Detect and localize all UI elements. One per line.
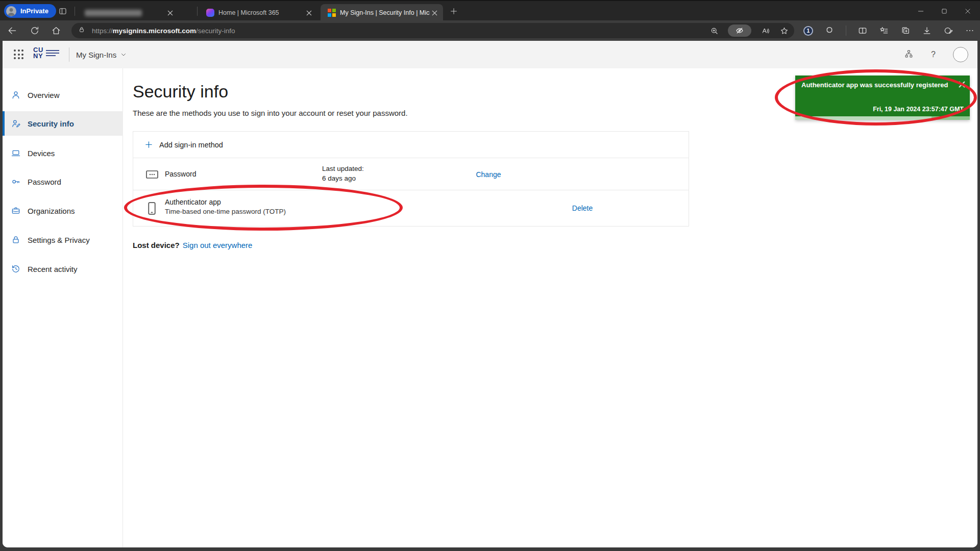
method-row-password: Password Last updated: 6 days ago Change: [133, 158, 689, 190]
zoom-icon[interactable]: [709, 26, 719, 36]
laptop-icon: [11, 148, 21, 158]
maximize-button[interactable]: [935, 3, 953, 19]
plus-icon: [144, 140, 153, 149]
url-text: https://mysignins.microsoft.com/security…: [92, 27, 235, 35]
close-button[interactable]: [959, 3, 977, 19]
history-icon: [11, 264, 21, 274]
app-launcher-icon[interactable]: [14, 49, 24, 60]
logo-line2: NY: [33, 53, 43, 59]
favorite-star-icon[interactable]: [779, 26, 789, 36]
badge-edit-icon[interactable]: [943, 26, 953, 36]
tab-title: My Sign-Ins | Security Info | Micr: [340, 9, 430, 16]
sidebar-item-label: Devices: [28, 149, 55, 158]
person-icon: [11, 90, 21, 100]
hidden-eye-pill[interactable]: [728, 24, 751, 37]
product-name: My Sign-Ins: [76, 51, 116, 59]
tabbar-divider: [197, 7, 198, 16]
toast-progress-bar: [795, 116, 970, 120]
method-row-authenticator: Authenticator app Time-based one-time pa…: [133, 190, 689, 226]
app-header: CUNY My Sign-Ins ?: [3, 41, 977, 68]
split-screen-icon[interactable]: [857, 26, 868, 36]
downloads-icon[interactable]: [922, 26, 932, 36]
tab-blurred[interactable]: [78, 4, 196, 21]
tab-home-m365[interactable]: Home | Microsoft 365: [199, 4, 317, 21]
sidebar-item-label: Security info: [28, 119, 74, 128]
help-icon[interactable]: ?: [931, 50, 936, 59]
read-aloud-icon[interactable]: [760, 26, 770, 36]
url-host: mysignins.microsoft.com: [113, 27, 197, 35]
blurred-tab-title: [85, 10, 142, 16]
extensions-icon[interactable]: [824, 26, 835, 36]
account-avatar[interactable]: [953, 47, 968, 62]
method-meta: Last updated: 6 days ago: [322, 164, 364, 183]
lost-device-line: Lost device?Sign out everywhere: [133, 241, 252, 249]
cuny-logo: CUNY: [33, 47, 59, 59]
success-toast: Authenticator app was successfully regis…: [795, 76, 970, 120]
method-name: Authenticator app: [165, 198, 221, 206]
url-path: /security-info: [196, 27, 235, 35]
sidebar-item-label: Settings & Privacy: [28, 236, 90, 244]
page-title: Security info: [133, 82, 228, 102]
tab-strip: InPrivate Home | Microsoft 365 My Sign-I…: [0, 0, 980, 20]
add-sign-in-method-button[interactable]: Add sign-in method: [133, 132, 689, 158]
sidebar-item-settings-privacy[interactable]: Settings & Privacy: [3, 228, 123, 252]
browser-window: InPrivate Home | Microsoft 365 My Sign-I…: [0, 0, 980, 551]
main-content: Security info These are the methods you …: [124, 68, 977, 547]
tab-close-icon[interactable]: [165, 8, 175, 17]
tab-actions-icon[interactable]: [57, 6, 68, 17]
toast-close-icon[interactable]: [957, 80, 966, 89]
essentials-badge-icon[interactable]: 1: [803, 26, 813, 36]
lost-device-label: Lost device?: [133, 241, 180, 249]
sidebar-item-organizations[interactable]: Organizations: [3, 198, 123, 223]
key-icon: [11, 177, 21, 187]
page-subtitle: These are the methods you use to sign in…: [133, 109, 408, 117]
logo-small-text: [46, 50, 59, 57]
sidebar-item-overview[interactable]: Overview: [3, 83, 123, 107]
delete-link[interactable]: Delete: [552, 204, 613, 213]
inprivate-badge[interactable]: InPrivate: [4, 4, 56, 18]
meta-label: Last updated:: [322, 164, 364, 173]
tab-close-icon[interactable]: [304, 8, 313, 17]
minimize-button[interactable]: [912, 3, 930, 19]
org-chart-icon[interactable]: [904, 49, 914, 61]
sidebar-item-label: Overview: [28, 91, 60, 99]
sign-in-methods-card: Add sign-in method Password Last updated…: [133, 131, 689, 227]
refresh-icon[interactable]: [30, 26, 40, 36]
sidebar-item-label: Recent activity: [28, 265, 78, 273]
toast-timestamp: Fri, 19 Jan 2024 23:57:47 GMT: [873, 106, 964, 113]
meta-value: 6 days ago: [322, 173, 364, 183]
password-icon: [145, 169, 159, 180]
collections-icon[interactable]: [900, 26, 911, 36]
home-icon[interactable]: [51, 26, 61, 36]
favorites-list-icon[interactable]: [879, 26, 889, 36]
sidebar-item-label: Password: [28, 178, 61, 186]
back-icon[interactable]: [7, 26, 17, 36]
sidebar-item-label: Organizations: [28, 207, 75, 215]
method-name: Password: [165, 170, 196, 178]
content-frame: CUNY My Sign-Ins ?: [0, 41, 980, 551]
sign-out-everywhere-link[interactable]: Sign out everywhere: [183, 241, 253, 249]
sidebar-nav: Overview Security info Devices Password …: [3, 68, 123, 547]
person-edit-icon: [11, 118, 21, 129]
briefcase-icon: [11, 206, 21, 216]
tab-title: Home | Microsoft 365: [218, 9, 304, 16]
tab-close-icon[interactable]: [430, 8, 439, 17]
method-description: Time-based one-time password (TOTP): [165, 208, 286, 215]
browser-toolbar: https://mysignins.microsoft.com/security…: [0, 20, 980, 41]
sidebar-item-security-info[interactable]: Security info: [3, 111, 123, 136]
phone-icon: [148, 202, 156, 215]
new-tab-button[interactable]: [448, 6, 459, 17]
url-scheme: https://: [92, 27, 113, 35]
tab-my-signins[interactable]: My Sign-Ins | Security Info | Micr: [321, 4, 443, 21]
my-signins-page: CUNY My Sign-Ins ?: [3, 41, 977, 547]
address-bar[interactable]: https://mysignins.microsoft.com/security…: [71, 23, 794, 38]
more-options-icon[interactable]: [965, 26, 975, 36]
sidebar-item-devices[interactable]: Devices: [3, 141, 123, 165]
tabbar-divider: [75, 7, 75, 16]
toolbar-divider: [846, 26, 846, 36]
lock-icon: [11, 235, 21, 245]
sidebar-item-recent-activity[interactable]: Recent activity: [3, 257, 123, 281]
change-link[interactable]: Change: [458, 170, 519, 179]
product-switcher[interactable]: My Sign-Ins: [76, 41, 127, 68]
sidebar-item-password[interactable]: Password: [3, 169, 123, 194]
